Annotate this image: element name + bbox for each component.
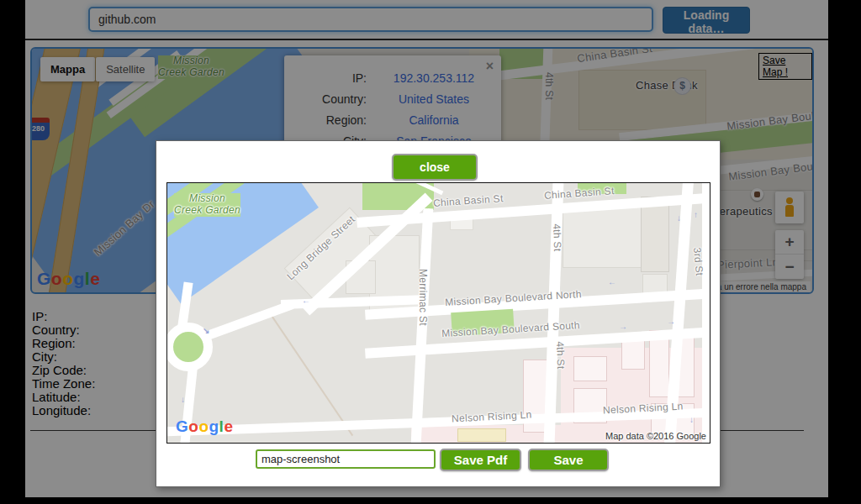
save-map-modal: close Mission Creek GardenLong Bridge St… bbox=[156, 140, 721, 487]
google-logo-letter: g bbox=[209, 417, 219, 435]
map-road bbox=[702, 183, 710, 444]
one-way-arrow-icon: ↓ bbox=[181, 395, 185, 404]
google-logo-letter: G bbox=[176, 417, 188, 435]
map-bld3 bbox=[641, 197, 669, 272]
google-logo-letter: o bbox=[188, 417, 198, 435]
one-way-arrow-icon: ← bbox=[608, 277, 616, 286]
google-logo-letter: e bbox=[224, 417, 233, 435]
save-pdf-button[interactable]: Save Pdf bbox=[440, 449, 521, 471]
one-way-arrow-icon: ← bbox=[302, 296, 310, 305]
filename-input[interactable] bbox=[256, 449, 436, 469]
map-pink bbox=[573, 356, 607, 381]
map-attribution: Map data ©2016 Google bbox=[605, 431, 706, 441]
one-way-arrow-icon: → bbox=[619, 322, 627, 331]
one-way-arrow-icon: ↓ bbox=[689, 415, 694, 424]
map-trail bbox=[267, 310, 353, 436]
one-way-arrow-icon: → bbox=[667, 317, 675, 326]
map-ybld bbox=[457, 428, 506, 442]
close-button[interactable]: close bbox=[392, 154, 478, 181]
map-label: 4th St bbox=[551, 223, 563, 252]
one-way-arrow-icon: ↑ bbox=[694, 210, 698, 219]
one-way-arrow-icon: ↘ bbox=[203, 326, 210, 335]
save-button[interactable]: Save bbox=[528, 449, 609, 471]
map-bld bbox=[563, 203, 644, 268]
google-logo: Google bbox=[176, 417, 233, 436]
google-logo-letter: o bbox=[198, 417, 209, 435]
map-road bbox=[203, 301, 293, 341]
map-label: China Basin St bbox=[433, 192, 504, 209]
map-label: Merrimac St bbox=[417, 269, 429, 326]
one-way-arrow-icon: ↓ bbox=[677, 213, 681, 223]
map-label: 4th St bbox=[554, 341, 567, 370]
map-label: Mission Creek Garden bbox=[174, 193, 240, 217]
map-screenshot-preview: Mission Creek GardenLong Bridge StreetCh… bbox=[166, 182, 710, 444]
map-label: 3rd St bbox=[691, 247, 705, 276]
